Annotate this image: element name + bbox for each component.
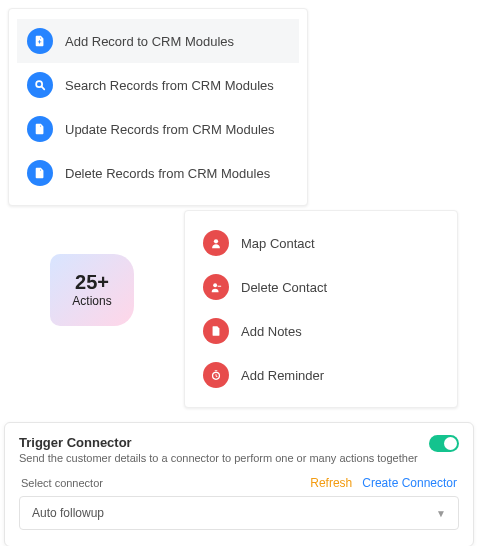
file-minus-icon xyxy=(27,160,53,186)
clock-icon xyxy=(203,362,229,388)
crm-action-label: Add Record to CRM Modules xyxy=(65,34,234,49)
search-icon xyxy=(27,72,53,98)
file-icon xyxy=(203,318,229,344)
connector-selected-value: Auto followup xyxy=(32,506,104,520)
panel-header: Trigger Connector Send the customer deta… xyxy=(19,435,459,464)
contact-action-label: Delete Contact xyxy=(241,280,327,295)
contact-action-add-notes[interactable]: Add Notes xyxy=(193,309,449,353)
file-edit-icon xyxy=(27,116,53,142)
panel-title: Trigger Connector xyxy=(19,435,418,450)
contact-action-label: Add Notes xyxy=(241,324,302,339)
svg-point-2 xyxy=(214,239,218,243)
contact-action-delete[interactable]: Delete Contact xyxy=(193,265,449,309)
svg-line-1 xyxy=(42,87,45,90)
file-plus-icon xyxy=(27,28,53,54)
contact-action-add-reminder[interactable]: Add Reminder xyxy=(193,353,449,397)
crm-action-label: Search Records from CRM Modules xyxy=(65,78,274,93)
user-minus-icon xyxy=(203,274,229,300)
svg-rect-4 xyxy=(218,286,221,287)
crm-action-add-record[interactable]: Add Record to CRM Modules xyxy=(17,19,299,63)
connector-links: Refresh Create Connector xyxy=(310,476,457,490)
contact-actions-card: Map Contact Delete Contact Add Notes Add… xyxy=(184,210,458,408)
actions-count-subtitle: Actions xyxy=(72,294,111,308)
user-icon xyxy=(203,230,229,256)
crm-action-label: Delete Records from CRM Modules xyxy=(65,166,270,181)
create-connector-link[interactable]: Create Connector xyxy=(362,476,457,490)
contact-action-map[interactable]: Map Contact xyxy=(193,221,449,265)
crm-action-delete-records[interactable]: Delete Records from CRM Modules xyxy=(17,151,299,195)
crm-actions-card: Add Record to CRM Modules Search Records… xyxy=(8,8,308,206)
actions-count-number: 25+ xyxy=(75,272,109,292)
chevron-down-icon: ▼ xyxy=(436,508,446,519)
trigger-enabled-toggle[interactable] xyxy=(429,435,459,452)
select-connector-label: Select connector xyxy=(21,477,103,489)
crm-action-label: Update Records from CRM Modules xyxy=(65,122,275,137)
refresh-link[interactable]: Refresh xyxy=(310,476,352,490)
panel-description: Send the customer details to a connector… xyxy=(19,452,418,464)
connector-header-row: Select connector Refresh Create Connecto… xyxy=(19,476,459,490)
svg-point-3 xyxy=(213,283,217,287)
svg-line-8 xyxy=(216,376,217,377)
contact-action-label: Map Contact xyxy=(241,236,315,251)
crm-action-update-records[interactable]: Update Records from CRM Modules xyxy=(17,107,299,151)
crm-action-search-records[interactable]: Search Records from CRM Modules xyxy=(17,63,299,107)
svg-rect-6 xyxy=(215,370,218,371)
connector-select[interactable]: Auto followup ▼ xyxy=(19,496,459,530)
actions-count-badge: 25+ Actions xyxy=(50,254,134,326)
panel-title-block: Trigger Connector Send the customer deta… xyxy=(19,435,418,464)
contact-action-label: Add Reminder xyxy=(241,368,324,383)
trigger-connector-panel: Trigger Connector Send the customer deta… xyxy=(4,422,474,546)
